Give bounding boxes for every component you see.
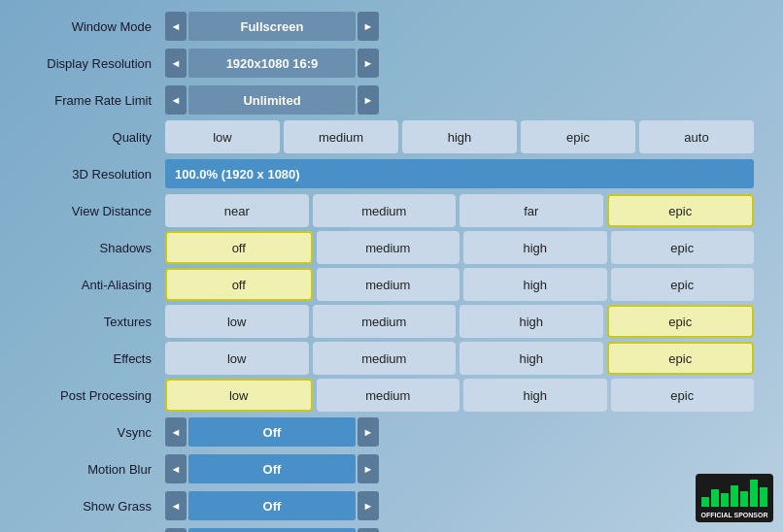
quality-high-btn[interactable]: high	[402, 120, 517, 153]
vsync-label: Vsync	[29, 425, 165, 440]
window-mode-row: Window Mode ◄ Fullscreen ►	[29, 10, 754, 43]
window-mode-left-arrow[interactable]: ◄	[165, 12, 187, 41]
shadows-label: Shadows	[29, 241, 165, 255]
effects-epic-btn[interactable]: epic	[607, 342, 755, 375]
sponsor-badge: OFFICIAL SPONSOR	[696, 474, 773, 522]
motion-blur-right-arrow[interactable]: ►	[357, 454, 379, 483]
window-mode-label: Window Mode	[29, 19, 165, 34]
effects-medium-btn[interactable]: medium	[313, 342, 457, 375]
vsync-right-arrow[interactable]: ►	[357, 417, 379, 447]
bar-7	[760, 487, 767, 507]
show-grass-value: Off	[188, 491, 356, 520]
show-fps-right-arrow[interactable]: ►	[357, 528, 379, 532]
show-grass-row: Show Grass ◄ Off ►	[29, 489, 754, 522]
3d-resolution-row: 3D Resolution 100.0% (1920 x 1080)	[29, 157, 754, 190]
frame-rate-value: Unlimited	[188, 85, 356, 115]
vsync-value: Off	[188, 417, 356, 447]
post-processing-high-btn[interactable]: high	[463, 379, 607, 412]
bar-1	[701, 497, 709, 507]
effects-high-btn[interactable]: high	[460, 342, 603, 375]
window-mode-right-arrow[interactable]: ►	[357, 12, 379, 41]
frame-rate-row: Frame Rate Limit ◄ Unlimited ►	[29, 83, 754, 116]
effects-row: Effects low medium high epic	[29, 342, 754, 375]
show-fps-row: Show FPS ◄ On ►	[29, 526, 754, 532]
quality-epic-btn[interactable]: epic	[521, 120, 635, 153]
shadows-options: off medium high epic	[165, 231, 754, 264]
display-resolution-label: Display Resolution	[29, 56, 165, 71]
shadows-medium-btn[interactable]: medium	[317, 231, 460, 264]
effects-options: low medium high epic	[165, 342, 754, 375]
textures-low-btn[interactable]: low	[165, 305, 309, 338]
post-processing-low-btn[interactable]: low	[165, 379, 313, 412]
display-resolution-row: Display Resolution ◄ 1920x1080 16:9 ►	[29, 47, 754, 80]
frame-rate-right-arrow[interactable]: ►	[357, 85, 379, 115]
quality-label: Quality	[29, 130, 165, 145]
bar-5	[740, 491, 748, 507]
show-grass-label: Show Grass	[29, 499, 165, 514]
textures-medium-btn[interactable]: medium	[313, 305, 457, 338]
bar-6	[750, 480, 758, 507]
quality-options: low medium high epic auto	[165, 120, 754, 153]
view-distance-far-btn[interactable]: far	[460, 194, 603, 227]
post-processing-row: Post Processing low medium high epic	[29, 379, 754, 412]
anti-aliasing-high-btn[interactable]: high	[463, 268, 607, 301]
view-distance-row: View Distance near medium far epic	[29, 194, 754, 227]
show-grass-right-arrow[interactable]: ►	[357, 491, 379, 520]
post-processing-medium-btn[interactable]: medium	[317, 379, 460, 412]
view-distance-epic-btn[interactable]: epic	[607, 194, 755, 227]
view-distance-medium-btn[interactable]: medium	[313, 194, 457, 227]
settings-panel: Window Mode ◄ Fullscreen ► Display Resol…	[0, 0, 783, 532]
view-distance-label: View Distance	[29, 204, 165, 218]
quality-low-btn[interactable]: low	[165, 120, 280, 153]
show-fps-left-arrow[interactable]: ◄	[165, 528, 187, 532]
sponsor-text: OFFICIAL SPONSOR	[700, 512, 767, 518]
frame-rate-left-arrow[interactable]: ◄	[165, 85, 187, 115]
anti-aliasing-off-btn[interactable]: off	[165, 268, 313, 301]
textures-high-btn[interactable]: high	[460, 305, 603, 338]
anti-aliasing-epic-btn[interactable]: epic	[611, 268, 755, 301]
shadows-epic-btn[interactable]: epic	[611, 231, 755, 264]
view-distance-near-btn[interactable]: near	[165, 194, 309, 227]
bar-4	[731, 485, 738, 507]
post-processing-epic-btn[interactable]: epic	[611, 379, 755, 412]
view-distance-options: near medium far epic	[165, 194, 754, 227]
post-processing-options: low medium high epic	[165, 379, 754, 412]
shadows-high-btn[interactable]: high	[463, 231, 607, 264]
textures-label: Textures	[29, 315, 165, 329]
display-resolution-left-arrow[interactable]: ◄	[165, 49, 187, 78]
effects-low-btn[interactable]: low	[165, 342, 309, 375]
frame-rate-label: Frame Rate Limit	[29, 93, 165, 108]
motion-blur-value: Off	[188, 454, 356, 483]
textures-options: low medium high epic	[165, 305, 754, 338]
bar-2	[711, 489, 719, 507]
effects-label: Effects	[29, 351, 165, 366]
shadows-off-btn[interactable]: off	[165, 231, 313, 264]
anti-aliasing-medium-btn[interactable]: medium	[317, 268, 460, 301]
bar-3	[721, 493, 729, 507]
show-fps-value: On	[188, 528, 356, 532]
anti-aliasing-label: Anti-Aliasing	[29, 278, 165, 292]
vsync-left-arrow[interactable]: ◄	[165, 417, 187, 447]
anti-aliasing-options: off medium high epic	[165, 268, 754, 301]
anti-aliasing-row: Anti-Aliasing off medium high epic	[29, 268, 754, 301]
motion-blur-row: Motion Blur ◄ Off ►	[29, 452, 754, 485]
3d-resolution-label: 3D Resolution	[29, 167, 165, 182]
sponsor-chart	[701, 478, 767, 507]
3d-resolution-value: 100.0% (1920 x 1080)	[165, 159, 754, 188]
textures-epic-btn[interactable]: epic	[607, 305, 755, 338]
vsync-row: Vsync ◄ Off ►	[29, 416, 754, 449]
quality-auto-btn[interactable]: auto	[639, 120, 754, 153]
textures-row: Textures low medium high epic	[29, 305, 754, 338]
motion-blur-label: Motion Blur	[29, 462, 165, 477]
motion-blur-left-arrow[interactable]: ◄	[165, 454, 187, 483]
quality-row: Quality low medium high epic auto	[29, 120, 754, 153]
window-mode-value: Fullscreen	[188, 12, 356, 41]
post-processing-label: Post Processing	[29, 388, 165, 403]
display-resolution-value: 1920x1080 16:9	[188, 49, 356, 78]
display-resolution-right-arrow[interactable]: ►	[357, 49, 379, 78]
shadows-row: Shadows off medium high epic	[29, 231, 754, 264]
quality-medium-btn[interactable]: medium	[284, 120, 398, 153]
show-grass-left-arrow[interactable]: ◄	[165, 491, 187, 520]
